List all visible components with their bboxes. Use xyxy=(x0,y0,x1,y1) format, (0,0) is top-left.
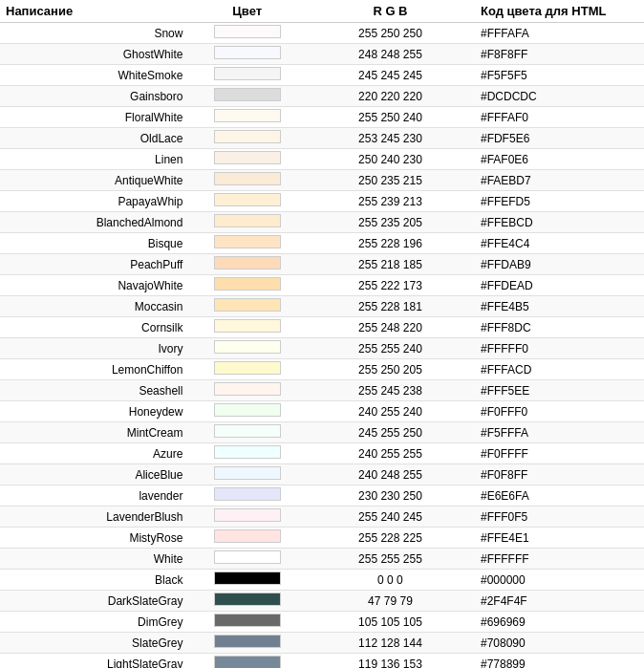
color-hex: #FFE4E1 xyxy=(475,528,644,549)
table-row: Linen250 240 230#FAF0E6 xyxy=(0,149,644,170)
color-hex: #FFE4C4 xyxy=(475,233,644,254)
color-name: LavenderBlush xyxy=(0,506,188,528)
color-table: Написание Цвет R G B Код цвета для HTML … xyxy=(0,0,644,668)
color-hex: #FFEFD5 xyxy=(475,191,644,212)
color-rgb: 255 218 185 xyxy=(306,254,475,275)
color-rgb: 105 105 105 xyxy=(306,612,475,633)
color-name: DimGrey xyxy=(0,612,188,633)
table-row: Ivory255 255 240#FFFFF0 xyxy=(0,338,644,359)
swatch-box xyxy=(214,277,281,291)
header-name: Написание xyxy=(0,0,188,23)
swatch-box xyxy=(214,529,281,543)
color-name: LemonChiffon xyxy=(0,359,188,380)
color-hex: #778899 xyxy=(475,654,644,669)
color-name: Seashell xyxy=(0,380,188,401)
color-hex: #FFF5EE xyxy=(475,380,644,401)
color-swatch-cell xyxy=(188,275,306,296)
color-swatch-cell xyxy=(188,528,306,549)
table-row: Cornsilk255 248 220#FFF8DC xyxy=(0,317,644,338)
color-hex: #FAEBD7 xyxy=(475,170,644,191)
color-hex: #FFFFFF xyxy=(475,549,644,570)
color-swatch-cell xyxy=(188,296,306,317)
color-rgb: 255 222 173 xyxy=(306,275,475,296)
color-rgb: 255 250 205 xyxy=(306,359,475,380)
color-swatch-cell xyxy=(188,401,306,422)
swatch-box xyxy=(214,151,281,164)
color-swatch-cell xyxy=(188,570,306,591)
color-name: SlateGrey xyxy=(0,633,188,654)
color-name: Gainsboro xyxy=(0,86,188,107)
color-hex: #FFFAF0 xyxy=(475,107,644,128)
swatch-box xyxy=(214,172,281,185)
swatch-box xyxy=(214,487,281,501)
swatch-box xyxy=(214,109,281,122)
color-swatch-cell xyxy=(188,254,306,275)
color-swatch-cell xyxy=(188,633,306,654)
color-rgb: 112 128 144 xyxy=(306,633,475,654)
table-row: PapayaWhip255 239 213#FFEFD5 xyxy=(0,191,644,212)
swatch-box xyxy=(214,214,281,227)
table-row: FloralWhite255 250 240#FFFAF0 xyxy=(0,107,644,128)
color-swatch-cell xyxy=(188,212,306,233)
color-rgb: 245 245 245 xyxy=(306,65,475,86)
table-row: SlateGrey112 128 144#708090 xyxy=(0,633,644,654)
color-hex: #FFDEAD xyxy=(475,275,644,296)
header-color: Цвет xyxy=(188,0,306,23)
swatch-box xyxy=(214,403,281,417)
color-rgb: 255 228 181 xyxy=(306,296,475,317)
color-hex: #FFF0F5 xyxy=(475,506,644,528)
color-rgb: 220 220 220 xyxy=(306,86,475,107)
header-rgb: R G B xyxy=(306,0,475,23)
color-swatch-cell xyxy=(188,464,306,485)
color-name: White xyxy=(0,549,188,570)
color-hex: #FDF5E6 xyxy=(475,128,644,149)
color-rgb: 255 250 240 xyxy=(306,107,475,128)
swatch-box xyxy=(214,635,281,648)
table-row: Seashell255 245 238#FFF5EE xyxy=(0,380,644,401)
color-name: MintCream xyxy=(0,422,188,443)
color-hex: #F0FFFF xyxy=(475,443,644,464)
table-row: LightSlateGray119 136 153#778899 xyxy=(0,654,644,669)
color-hex: #F8F8FF xyxy=(475,44,644,65)
color-swatch-cell xyxy=(188,485,306,506)
color-swatch-cell xyxy=(188,317,306,338)
swatch-box xyxy=(214,614,281,627)
color-rgb: 255 255 240 xyxy=(306,338,475,359)
swatch-box xyxy=(214,25,281,38)
table-row: OldLace253 245 230#FDF5E6 xyxy=(0,128,644,149)
swatch-box xyxy=(214,256,281,269)
table-row: AliceBlue240 248 255#F0F8FF xyxy=(0,464,644,485)
color-rgb: 240 255 255 xyxy=(306,443,475,464)
color-swatch-cell xyxy=(188,591,306,612)
color-name: Linen xyxy=(0,149,188,170)
color-rgb: 255 239 213 xyxy=(306,191,475,212)
swatch-box xyxy=(214,550,281,564)
swatch-box xyxy=(214,130,281,143)
color-hex: #FFFACD xyxy=(475,359,644,380)
table-row: AntiqueWhite250 235 215#FAEBD7 xyxy=(0,170,644,191)
color-rgb: 255 240 245 xyxy=(306,506,475,528)
color-swatch-cell xyxy=(188,86,306,107)
color-swatch-cell xyxy=(188,443,306,464)
color-rgb: 245 255 250 xyxy=(306,422,475,443)
color-hex: #F0FFF0 xyxy=(475,401,644,422)
color-name: Honeydew xyxy=(0,401,188,422)
color-name: Bisque xyxy=(0,233,188,254)
color-swatch-cell xyxy=(188,128,306,149)
swatch-box xyxy=(214,361,281,375)
table-row: Snow255 250 250#FFFAFA xyxy=(0,23,644,44)
swatch-box xyxy=(214,67,281,80)
color-rgb: 0 0 0 xyxy=(306,570,475,591)
color-hex: #FFFAFA xyxy=(475,23,644,44)
color-name: BlanchedAlmond xyxy=(0,212,188,233)
color-swatch-cell xyxy=(188,107,306,128)
color-hex: #F5F5F5 xyxy=(475,65,644,86)
color-hex: #FFF8DC xyxy=(475,317,644,338)
color-hex: #708090 xyxy=(475,633,644,654)
color-swatch-cell xyxy=(188,44,306,65)
color-swatch-cell xyxy=(188,338,306,359)
color-name: NavajoWhite xyxy=(0,275,188,296)
color-hex: #F0F8FF xyxy=(475,464,644,485)
table-row: GhostWhite248 248 255#F8F8FF xyxy=(0,44,644,65)
swatch-box xyxy=(214,508,281,522)
